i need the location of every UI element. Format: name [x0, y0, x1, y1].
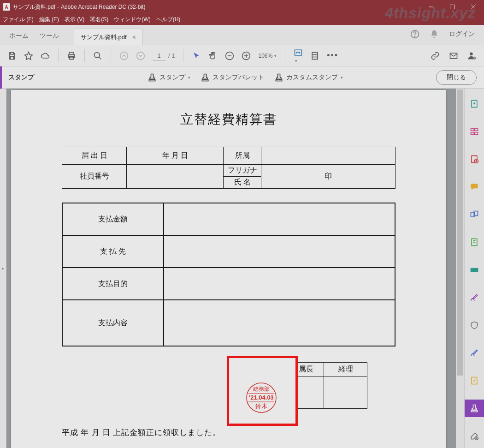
- help-icon[interactable]: [410, 30, 419, 39]
- tab-document[interactable]: サンプル資料.pdf ×: [74, 29, 143, 45]
- cloud-icon[interactable]: [41, 51, 50, 60]
- menu-edit[interactable]: 編集 (E): [39, 16, 59, 24]
- stamp-toolbar: スタンプ スタンプ▾ スタンプパレット カスタムスタンプ▾ 閉じる: [0, 66, 484, 89]
- tab-home[interactable]: ホーム: [9, 32, 29, 40]
- page-up-icon[interactable]: [119, 51, 129, 60]
- svg-rect-36: [471, 128, 474, 131]
- custom-stamp-dropdown[interactable]: カスタムスタンプ▾: [274, 73, 343, 82]
- left-panel-toggle[interactable]: ▸: [0, 89, 6, 448]
- scroll-thumb[interactable]: [457, 90, 463, 376]
- svg-rect-38: [471, 132, 474, 135]
- combine-icon[interactable]: [465, 206, 484, 223]
- detail-table: 支払金額 支 払 先 支払目的 支払内容: [62, 203, 395, 346]
- star-icon[interactable]: [24, 51, 33, 60]
- fill-sign-icon[interactable]: [465, 289, 484, 306]
- save-icon[interactable]: [7, 51, 17, 60]
- page-down-icon[interactable]: [136, 51, 145, 60]
- stamp-tool-icon[interactable]: [465, 400, 484, 417]
- svg-point-9: [94, 52, 100, 58]
- svg-rect-39: [475, 132, 478, 135]
- stamp-title: スタンプ: [8, 73, 34, 82]
- search-icon[interactable]: [93, 51, 102, 60]
- close-stampbar-button[interactable]: 閉じる: [436, 70, 477, 85]
- menu-view[interactable]: 表示 (V): [65, 16, 84, 24]
- sign-request-icon[interactable]: [465, 344, 484, 362]
- svg-point-23: [470, 53, 473, 56]
- watermark: 4thsight.xyz: [385, 5, 476, 22]
- chevron-down-icon: ▾: [341, 75, 343, 80]
- login-link[interactable]: ログイン: [449, 30, 475, 38]
- svg-point-5: [414, 36, 415, 36]
- page-current-input[interactable]: [153, 51, 165, 60]
- zoom-out-icon[interactable]: [225, 51, 234, 60]
- pdf-page[interactable]: 立替経費精算書 届 出 日 年 月 日 所属 社員番号 フリガナ 印 氏 名 支…: [11, 90, 446, 448]
- more-tools-icon[interactable]: [465, 427, 484, 445]
- svg-text:総務部: 総務部: [253, 386, 270, 392]
- select-arrow-icon[interactable]: [192, 51, 201, 60]
- svg-text:'21.04.03: '21.04.03: [249, 394, 274, 401]
- protect-icon[interactable]: [465, 317, 484, 334]
- more-icon[interactable]: •••: [327, 51, 338, 60]
- comment-icon[interactable]: [465, 178, 484, 196]
- svg-rect-45: [471, 269, 478, 272]
- svg-rect-27: [202, 80, 208, 81]
- app-icon: A: [3, 3, 10, 11]
- link-icon[interactable]: [431, 51, 440, 60]
- svg-point-12: [137, 52, 145, 60]
- window-title-file: サンプル資料.pdf: [13, 3, 55, 11]
- stamp-selection[interactable]: 総務部 '21.04.03 鈴木: [227, 356, 298, 426]
- stamp-palette-button[interactable]: スタンプパレット: [201, 73, 264, 82]
- organize-icon[interactable]: [465, 123, 484, 140]
- scrollbar[interactable]: [456, 89, 464, 448]
- chevron-down-icon: ▾: [274, 54, 277, 58]
- date-stamp[interactable]: 総務部 '21.04.03 鈴木: [246, 382, 277, 413]
- tab-tools[interactable]: ツール: [40, 32, 59, 40]
- svg-line-10: [99, 57, 101, 59]
- compress-icon[interactable]: [465, 233, 484, 251]
- svg-rect-28: [276, 80, 282, 81]
- right-tool-panel: [464, 89, 484, 448]
- fit-width-icon[interactable]: ▾: [294, 48, 303, 64]
- zoom-select[interactable]: 106%▾: [258, 53, 277, 59]
- svg-text:鈴木: 鈴木: [255, 403, 267, 410]
- document-area: ▸ 立替経費精算書 届 出 日 年 月 日 所属 社員番号 フリガナ 印 氏 名…: [0, 89, 484, 448]
- menu-help[interactable]: ヘルプ(H): [156, 16, 181, 24]
- window-title-app: Adobe Acrobat Reader DC (32-bit): [61, 4, 145, 10]
- tab-close-icon[interactable]: ×: [132, 34, 136, 41]
- convert-icon[interactable]: [465, 372, 484, 389]
- print-icon[interactable]: [67, 51, 76, 60]
- tab-document-label: サンプル資料.pdf: [81, 33, 127, 42]
- export-pdf-icon[interactable]: [465, 95, 484, 113]
- svg-point-11: [120, 52, 128, 60]
- svg-rect-26: [149, 80, 155, 81]
- chevron-down-icon: ▾: [188, 75, 190, 80]
- person-icon[interactable]: +: [467, 51, 477, 60]
- svg-rect-19: [312, 52, 318, 59]
- tab-row: ホーム ツール サンプル資料.pdf × ログイン: [0, 25, 484, 45]
- mail-icon[interactable]: [449, 51, 458, 60]
- doc-title: 立替経費精算書: [62, 111, 395, 128]
- main-toolbar: / 1 106%▾ ▾ ••• +: [0, 45, 484, 66]
- header-table: 届 出 日 年 月 日 所属 社員番号 フリガナ 印 氏 名: [62, 147, 395, 189]
- page-total: / 1: [168, 52, 175, 59]
- menu-file[interactable]: ファイル (F): [3, 16, 34, 24]
- menu-sign[interactable]: 署名(S): [90, 16, 108, 24]
- stamp-dropdown[interactable]: スタンプ▾: [148, 73, 190, 82]
- bell-icon[interactable]: [430, 30, 439, 39]
- chevron-right-icon: ▸: [2, 266, 4, 271]
- redact-icon[interactable]: [465, 261, 484, 279]
- hand-icon[interactable]: [208, 51, 218, 60]
- page-scroll-icon[interactable]: [310, 51, 319, 60]
- zoom-in-icon[interactable]: [242, 51, 251, 60]
- menu-window[interactable]: ウィンドウ(W): [114, 16, 150, 24]
- receipt-line: 平成 年 月 日 上記金額正に領収しました。: [62, 427, 395, 438]
- svg-text:+: +: [474, 57, 475, 60]
- create-pdf-icon[interactable]: [465, 150, 484, 168]
- svg-rect-47: [471, 411, 477, 412]
- svg-rect-37: [475, 128, 478, 131]
